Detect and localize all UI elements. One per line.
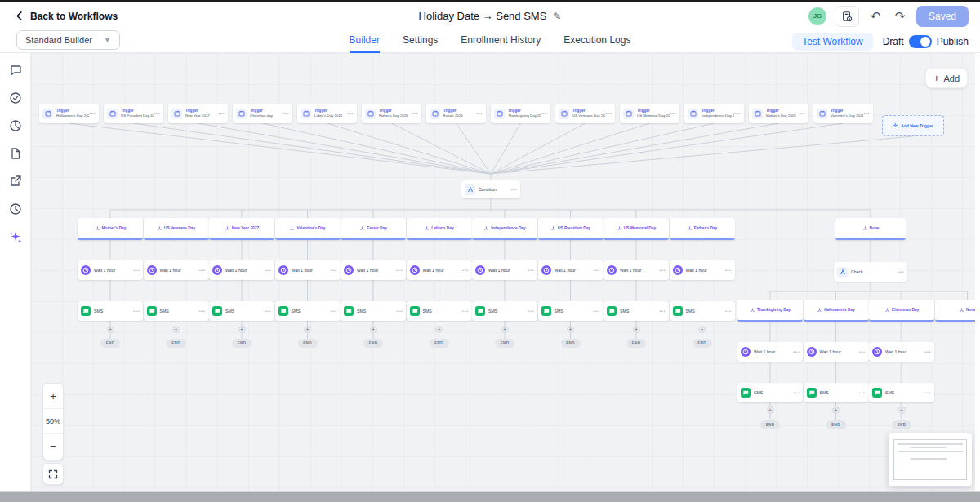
check-circle-icon[interactable] bbox=[8, 91, 23, 105]
add-step-button[interactable]: + bbox=[435, 326, 443, 333]
trigger-node[interactable]: TriggerUS President Day 2026••• bbox=[104, 104, 163, 123]
comment-icon[interactable] bbox=[8, 63, 23, 78]
node-menu-icon[interactable]: ••• bbox=[89, 111, 96, 116]
add-step-button[interactable]: + bbox=[832, 406, 840, 414]
branch-node[interactable]: Father's Day If "Workflow Trigger" is "F… bbox=[670, 218, 735, 240]
branch-node[interactable]: Halloween's Day If "Workflow Trigger" is… bbox=[804, 300, 869, 322]
branch-node[interactable]: Independence Day If "Workflow Trigger" i… bbox=[472, 218, 537, 240]
node-menu-icon[interactable]: ••• bbox=[396, 309, 403, 313]
wait-node[interactable]: Wait 1 hour••• bbox=[341, 260, 406, 280]
trigger-node[interactable]: TriggerNew Year 2027••• bbox=[168, 104, 228, 123]
add-step-button[interactable]: + bbox=[698, 326, 706, 333]
minimap[interactable] bbox=[889, 433, 972, 486]
node-menu-icon[interactable]: ••• bbox=[265, 268, 271, 273]
node-menu-icon[interactable]: ••• bbox=[199, 268, 206, 273]
node-menu-icon[interactable]: ••• bbox=[347, 111, 354, 116]
sms-node[interactable]: SMS••• bbox=[144, 301, 209, 321]
node-menu-icon[interactable]: ••• bbox=[462, 268, 469, 273]
wait-node[interactable]: Wait 1 hour••• bbox=[144, 260, 209, 280]
sms-node[interactable]: SMS••• bbox=[737, 383, 803, 402]
external-link-icon[interactable] bbox=[8, 174, 23, 189]
add-step-button[interactable]: + bbox=[898, 406, 906, 414]
ai-sparkles-icon[interactable] bbox=[8, 229, 23, 244]
wait-node[interactable]: Wait 1 hour••• bbox=[804, 342, 869, 362]
sms-node[interactable]: SMS••• bbox=[538, 301, 604, 321]
sms-node[interactable]: SMS••• bbox=[275, 301, 341, 321]
edit-title-icon[interactable]: ✎ bbox=[553, 11, 561, 22]
node-menu-icon[interactable]: ••• bbox=[476, 111, 483, 116]
wait-node[interactable]: Wait 1 hour••• bbox=[78, 260, 143, 280]
add-new-trigger-button[interactable]: ✛ Add New Trigger bbox=[882, 115, 944, 136]
trigger-node[interactable]: TriggerUS Veterans Day 2026••• bbox=[555, 104, 615, 123]
node-menu-icon[interactable]: ••• bbox=[154, 111, 160, 116]
wait-node[interactable]: Wait 1 hour••• bbox=[407, 260, 472, 280]
canvas-add-button[interactable]: + Add bbox=[925, 68, 968, 88]
trigger-node[interactable]: TriggerHalloween's Day 2026••• bbox=[39, 104, 99, 123]
branch-node[interactable]: Easter Day If "Workflow Trigger" is "Eas… bbox=[341, 218, 406, 240]
trigger-node[interactable]: TriggerThanksgiving Day 2026••• bbox=[491, 104, 550, 123]
node-menu-icon[interactable]: ••• bbox=[725, 268, 732, 273]
node-menu-icon[interactable]: ••• bbox=[799, 111, 805, 116]
trigger-node[interactable]: TriggerEaster 2026••• bbox=[426, 104, 486, 123]
node-menu-icon[interactable]: ••• bbox=[528, 309, 534, 313]
zoom-out-button[interactable]: − bbox=[43, 434, 63, 460]
add-step-button[interactable]: + bbox=[238, 326, 246, 333]
node-menu-icon[interactable]: ••• bbox=[199, 309, 206, 313]
node-menu-icon[interactable]: ••• bbox=[725, 309, 732, 313]
branch-node[interactable]: None When none of the conditions are met bbox=[935, 300, 976, 322]
add-step-button[interactable]: + bbox=[370, 326, 377, 333]
tab-enrollment-history[interactable]: Enrollment History bbox=[461, 30, 541, 53]
condition-node[interactable]: Condition••• bbox=[461, 180, 520, 198]
wait-node[interactable]: Wait 1 hour••• bbox=[209, 260, 274, 280]
wait-node[interactable]: Wait 1 hour••• bbox=[670, 260, 735, 280]
node-menu-icon[interactable]: ••• bbox=[793, 390, 800, 395]
branch-node[interactable]: Thanksgiving Day If "Workflow Trigger" i… bbox=[737, 300, 803, 322]
sms-node[interactable]: SMS••• bbox=[670, 301, 735, 321]
node-menu-icon[interactable]: ••• bbox=[898, 269, 904, 274]
add-step-button[interactable]: + bbox=[172, 326, 180, 333]
node-menu-icon[interactable]: ••• bbox=[859, 349, 866, 354]
node-menu-icon[interactable]: ••• bbox=[331, 309, 337, 313]
node-menu-icon[interactable]: ••• bbox=[283, 111, 289, 116]
wait-node[interactable]: Wait 1 hour••• bbox=[538, 260, 604, 280]
workflow-canvas[interactable]: TriggerHalloween's Day 2026••• TriggerUS… bbox=[31, 53, 975, 491]
node-menu-icon[interactable]: ••• bbox=[605, 111, 612, 116]
trigger-node[interactable]: TriggerLabor's Day 2026••• bbox=[297, 104, 357, 123]
sms-node[interactable]: SMS••• bbox=[407, 301, 472, 321]
branch-node[interactable]: Valentine's Day If "Workflow Trigger" is… bbox=[275, 218, 341, 240]
trigger-node[interactable]: TriggerValentine's Day 2026••• bbox=[813, 104, 873, 123]
node-menu-icon[interactable]: ••• bbox=[594, 309, 600, 313]
node-menu-icon[interactable]: ••• bbox=[412, 111, 418, 116]
publish-toggle[interactable] bbox=[909, 35, 932, 48]
branch-node[interactable]: Mother's Day If "Workflow Trigger" is "M… bbox=[78, 218, 143, 240]
tab-execution-logs[interactable]: Execution Logs bbox=[564, 30, 630, 53]
sms-node[interactable]: SMS••• bbox=[341, 301, 406, 321]
branch-node[interactable]: US Memorial Day If "Workflow Trigger" is… bbox=[604, 218, 669, 240]
version-history-button[interactable] bbox=[835, 6, 859, 27]
add-step-button[interactable]: + bbox=[633, 326, 640, 333]
node-menu-icon[interactable]: ••• bbox=[133, 309, 140, 313]
check-condition-node[interactable]: Check••• bbox=[834, 262, 907, 282]
add-step-button[interactable]: + bbox=[304, 326, 311, 333]
trigger-node[interactable]: TriggerUS Memorial Day 2026••• bbox=[620, 104, 679, 123]
node-menu-icon[interactable]: ••• bbox=[670, 111, 676, 116]
branch-node[interactable]: New Year 2027 If "Workflow Trigger" is "… bbox=[209, 218, 274, 240]
trigger-node[interactable]: TriggerFather's Day 2026••• bbox=[362, 104, 421, 123]
pie-chart-icon[interactable] bbox=[8, 118, 23, 133]
node-menu-icon[interactable]: ••• bbox=[510, 187, 517, 192]
tab-builder[interactable]: Builder bbox=[350, 30, 380, 53]
wait-node[interactable]: Wait 1 hour••• bbox=[275, 260, 341, 280]
test-workflow-button[interactable]: Test Workflow bbox=[792, 33, 872, 51]
saved-button[interactable]: Saved bbox=[916, 6, 969, 27]
add-step-button[interactable]: + bbox=[107, 326, 114, 333]
node-menu-icon[interactable]: ••• bbox=[659, 268, 666, 273]
add-step-button[interactable]: + bbox=[767, 406, 774, 414]
sms-node[interactable]: SMS••• bbox=[209, 301, 274, 321]
zoom-in-button[interactable]: + bbox=[43, 384, 63, 409]
branch-node[interactable]: US Veterans Day If "Workflow Trigger" is… bbox=[144, 218, 209, 240]
fullscreen-button[interactable] bbox=[42, 463, 64, 485]
sms-node[interactable]: SMS••• bbox=[604, 301, 669, 321]
node-menu-icon[interactable]: ••• bbox=[594, 268, 600, 273]
redo-icon[interactable]: ↷ bbox=[892, 9, 908, 24]
trigger-node[interactable]: TriggerMother's Day 2026••• bbox=[749, 104, 808, 123]
